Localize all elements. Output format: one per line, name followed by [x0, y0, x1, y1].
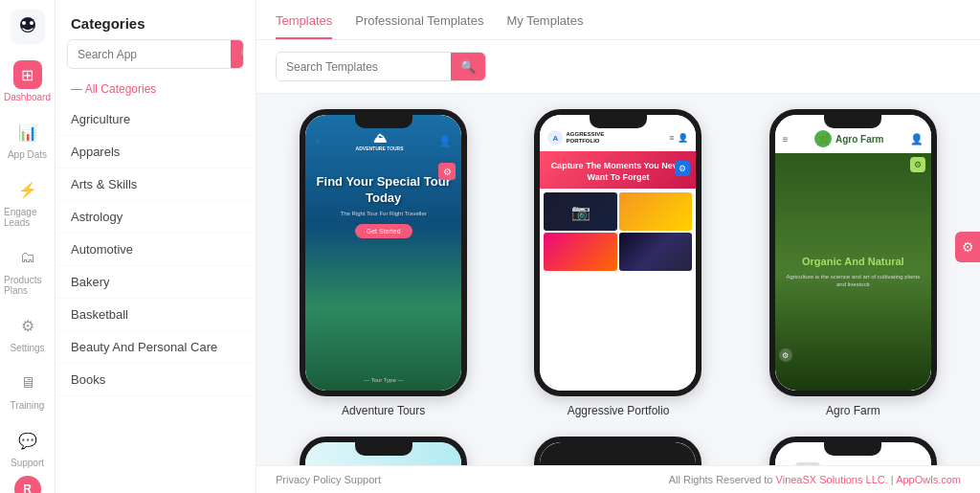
support-link[interactable]: Support: [345, 474, 382, 485]
category-item-astrology[interactable]: Astrology: [56, 201, 256, 234]
sidebar-item-label: App Dats: [8, 149, 47, 160]
privacy-policy-link[interactable]: Privacy Policy: [276, 474, 341, 485]
sidebar-item-training[interactable]: 🖥 Training: [0, 361, 55, 418]
agro-bg: ≡ 🌿 Agro Farm 👤 Organic And Natural Agri…: [775, 115, 931, 391]
templates-search-input[interactable]: [277, 54, 451, 80]
hamburger-icon-3[interactable]: ≡: [783, 134, 789, 145]
phone-mockup-architect: ≡ Architect 👤: [534, 437, 702, 465]
settings-icon: ⚙: [13, 311, 42, 340]
categories-search-button[interactable]: 🔍: [231, 40, 244, 68]
category-item-automotive[interactable]: Automotive: [56, 234, 256, 266]
mountain-icon: ⛰: [373, 130, 387, 146]
footer-left: Privacy Policy Support: [276, 474, 381, 485]
template-card-adventure-tours: ≡ ⛰ ADVENTURE TOURS 👤 Find Your Special …: [276, 109, 491, 417]
template-label-agro: Agro Farm: [826, 404, 880, 417]
user-icon-3: 👤: [910, 133, 924, 146]
support-icon: 💬: [13, 426, 42, 455]
photo-cell-sunset: [544, 233, 617, 271]
hamburger-icon[interactable]: ≡: [315, 136, 321, 146]
vineaex-link[interactable]: VineaSX Solutions LLC.: [776, 474, 888, 485]
gear-overlay-agro2[interactable]: ⚙: [779, 348, 792, 362]
categories-search-bar: 🔍: [67, 39, 244, 69]
phone-mockup-agro: ≡ 🌿 Agro Farm 👤 Organic And Natural Agri…: [769, 109, 937, 396]
sidebar-logo: [11, 10, 45, 47]
sidebar-item-label: Dashboard: [4, 92, 51, 102]
template-card-architecture: ≡ 🏗 Architecture 👤 Architecture: [746, 437, 961, 465]
phone-inner-agro: ≡ 🌿 Agro Farm 👤 Organic And Natural Agri…: [775, 115, 931, 391]
category-item-arts[interactable]: Arts & Skills: [56, 168, 256, 201]
engage-icon: ⚡: [13, 175, 42, 204]
categories-search-input[interactable]: [68, 41, 231, 68]
appdats-icon: 📊: [13, 118, 42, 146]
footer-right: All Rights Reserved to VineaSX Solutions…: [669, 474, 961, 485]
nav-icons: ≡ 👤: [669, 133, 688, 143]
sidebar-item-engage[interactable]: ⚡ Engage Leads: [0, 168, 55, 235]
sidebar-item-label: Training: [11, 400, 45, 411]
template-card-air-supply: ≡ 〰 Air Supply 👤 Air Supply: [276, 437, 491, 465]
agro-title: Organic And Natural: [802, 255, 904, 268]
adventure-title: Find Your Special Tour Today: [315, 174, 452, 207]
adventure-bg: ≡ ⛰ ADVENTURE TOURS 👤 Find Your Special …: [305, 115, 461, 391]
category-item-basketball[interactable]: Basketball: [56, 299, 256, 331]
phone-notch-4: [355, 442, 412, 456]
template-card-architect: ≡ Architect 👤 Architect: [510, 437, 725, 465]
agg-logo-text: AGGRESSIVEPORTFOLIO: [566, 131, 604, 144]
user-avatar[interactable]: R: [14, 476, 41, 493]
aggressive-logo: A AGGRESSIVEPORTFOLIO: [547, 130, 604, 146]
photo-grid: 📷: [540, 189, 696, 275]
adventure-subtitle: The Right Tour For Right Traveller: [315, 211, 452, 216]
template-label-aggressive: Aggressive Portfolio: [568, 404, 670, 417]
templates-search-button[interactable]: 🔍: [451, 53, 485, 80]
sidebar-item-products[interactable]: 🗂 Products Plans: [0, 235, 55, 303]
photo-cell-camera: 📷: [544, 192, 617, 231]
aggressive-title: Capture The Moments You Never Want To Fo…: [547, 161, 688, 183]
gear-overlay-aggressive[interactable]: ⚙: [675, 161, 690, 176]
phone-inner-aggressive: A AGGRESSIVEPORTFOLIO ≡ 👤 Capture The Mo…: [540, 115, 696, 391]
templates-search-wrap: 🔍: [276, 52, 486, 81]
right-edge-gear[interactable]: ⚙: [955, 232, 980, 262]
svg-point-2: [22, 21, 26, 25]
tabs-bar: Templates Professional Templates My Temp…: [256, 0, 980, 40]
sidebar-item-label: Engage Leads: [4, 207, 51, 228]
architecture-logo-icon: 🏗: [795, 462, 820, 465]
footer: Privacy Policy Support All Rights Reserv…: [256, 465, 980, 493]
aggressive-bg: A AGGRESSIVEPORTFOLIO ≡ 👤 Capture The Mo…: [540, 115, 696, 391]
category-item-bakery[interactable]: Bakery: [56, 266, 256, 299]
phone-mockup-adventure: ≡ ⛰ ADVENTURE TOURS 👤 Find Your Special …: [300, 109, 467, 396]
phone-notch-2: [590, 115, 647, 128]
gear-overlay-adventure[interactable]: ⚙: [438, 163, 456, 180]
templates-grid: ≡ ⛰ ADVENTURE TOURS 👤 Find Your Special …: [256, 94, 980, 465]
category-item-apparels[interactable]: Apparels: [56, 136, 256, 168]
phone-mockup-aggressive: A AGGRESSIVEPORTFOLIO ≡ 👤 Capture The Mo…: [534, 109, 702, 396]
user-icon-2: 👤: [678, 133, 688, 143]
sidebar-item-settings[interactable]: ⚙ Settings: [0, 303, 55, 361]
appowls-link[interactable]: AppOwls.com: [896, 474, 961, 485]
tab-templates[interactable]: Templates: [276, 0, 332, 39]
phone-notch-6: [824, 442, 881, 456]
phone-notch: [355, 115, 412, 128]
sidebar-item-label: Products Plans: [4, 275, 51, 296]
adventure-cta-button[interactable]: Get Started: [355, 224, 412, 238]
category-item-books[interactable]: Books: [56, 364, 256, 396]
category-item-beauty[interactable]: Beauty And Personal Care: [56, 331, 256, 364]
category-item-agriculture[interactable]: Agriculture: [56, 103, 256, 136]
tab-professional-templates[interactable]: Professional Templates: [355, 0, 483, 39]
products-icon: 🗂: [13, 243, 42, 272]
categories-title: Categories: [56, 0, 256, 39]
agro-subtitle: Agriculture is the science and art of cu…: [785, 273, 922, 289]
template-card-aggressive-portfolio: A AGGRESSIVEPORTFOLIO ≡ 👤 Capture The Mo…: [510, 109, 725, 417]
hamburger-icon-2: ≡: [669, 133, 674, 143]
sidebar-item-appdats[interactable]: 📊 App Dats: [0, 110, 55, 168]
phone-mockup-architecture: ≡ 🏗 Architecture 👤: [769, 437, 937, 465]
tour-type-label: — Tour Type —: [364, 377, 403, 383]
phone-notch-3: [824, 115, 881, 128]
sidebar-item-dashboard[interactable]: ⊞ Dashboard: [0, 53, 55, 110]
gear-overlay-agro[interactable]: ⚙: [910, 157, 925, 172]
sidebar-item-support[interactable]: 💬 Support: [0, 418, 55, 476]
tab-my-templates[interactable]: My Templates: [506, 0, 583, 39]
agro-hero: Organic And Natural Agriculture is the s…: [775, 153, 931, 391]
sidebar-bottom: R: [14, 476, 41, 493]
all-categories-link[interactable]: — All Categories: [56, 78, 256, 103]
dashboard-icon: ⊞: [13, 60, 42, 89]
architecture-logo: 🏗 Architecture: [795, 462, 880, 465]
